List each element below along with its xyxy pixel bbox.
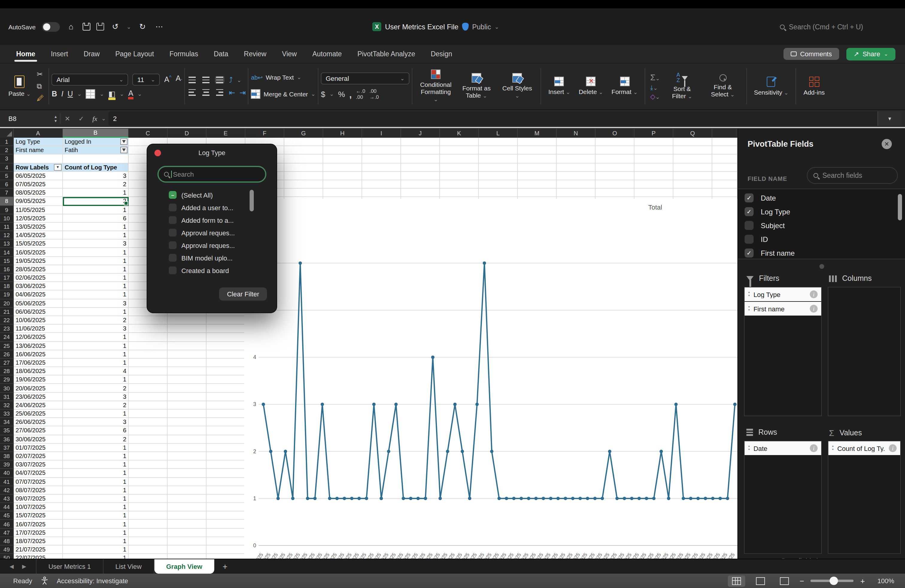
cell-B49[interactable]: 1 [63, 545, 129, 554]
ribbon-tab-design[interactable]: Design [423, 47, 460, 61]
cell-E44[interactable] [206, 503, 245, 511]
cell-P2[interactable] [635, 146, 673, 154]
cell-D46[interactable] [168, 520, 206, 528]
cell-E30[interactable] [206, 384, 245, 393]
rows-chip-date[interactable]: ••Datei [745, 441, 821, 455]
cell-B22[interactable]: 2 [63, 316, 129, 324]
cell-B26[interactable]: 1 [63, 350, 129, 358]
cell-N1[interactable] [557, 138, 595, 146]
cell-Q1[interactable] [673, 138, 712, 146]
cell-A11[interactable]: 13/05/2025 [14, 223, 63, 231]
sheet-prev-icon[interactable]: ◀ [10, 563, 14, 569]
sheet-tab-list-view[interactable]: List View [103, 559, 154, 574]
cancel-entry-icon[interactable]: ✕ [60, 114, 74, 122]
cell-R6[interactable] [712, 180, 737, 189]
cell-B5[interactable]: 3 [63, 172, 129, 180]
field-checkbox[interactable] [745, 221, 754, 230]
popup-scrollbar[interactable] [249, 190, 254, 280]
cell-B31[interactable]: 3 [63, 393, 129, 401]
cell-C30[interactable] [129, 384, 168, 393]
filter-item-6[interactable]: Created a board [147, 264, 276, 277]
cell-C43[interactable] [129, 494, 168, 503]
cell-J1[interactable] [401, 138, 440, 146]
cell-D40[interactable] [168, 469, 206, 478]
row-header-46[interactable]: 46 [0, 520, 14, 528]
cell-A13[interactable]: 15/05/2025 [14, 240, 63, 248]
cell-A29[interactable]: 19/06/2025 [14, 376, 63, 384]
row-header-49[interactable]: 49 [0, 545, 14, 554]
cell-C32[interactable] [129, 401, 168, 410]
filter-checkbox-2[interactable] [169, 216, 176, 224]
name-box[interactable]: B8 [0, 115, 51, 122]
cell-D49[interactable] [168, 545, 206, 554]
decrease-indent-icon[interactable]: ⇤ [229, 88, 235, 97]
share-button[interactable]: ↗ Share ⌄ [846, 48, 895, 60]
cell-B13[interactable]: 3 [63, 240, 129, 248]
cell-E47[interactable] [206, 528, 245, 537]
sheet-next-icon[interactable]: ▶ [22, 563, 26, 569]
cell-I5[interactable] [362, 172, 401, 180]
cell-E40[interactable] [206, 469, 245, 478]
row-header-8[interactable]: 8 [0, 197, 14, 206]
cell-D35[interactable] [168, 427, 206, 435]
add-sheet-button[interactable]: + [214, 559, 236, 574]
conditional-formatting-button[interactable]: Conditional Formatting ⌄ [417, 70, 454, 103]
zoom-out-button[interactable]: − [800, 576, 804, 585]
page-layout-view-button[interactable] [752, 575, 769, 586]
panel-close-icon[interactable]: ✕ [882, 139, 892, 149]
row-header-30[interactable]: 30 [0, 384, 14, 393]
field-row-subject[interactable]: Subject [738, 219, 905, 232]
cell-G3[interactable] [284, 155, 323, 163]
add-ins-button[interactable]: Add-ins [801, 77, 827, 96]
name-box-stepper[interactable]: ▲▼ [51, 113, 60, 124]
ribbon-tab-data[interactable]: Data [206, 47, 236, 61]
cell-A49[interactable]: 21/07/2025 [14, 545, 63, 554]
cell-P3[interactable] [635, 155, 673, 163]
cell-D48[interactable] [168, 537, 206, 545]
cell-L7[interactable] [479, 189, 518, 197]
cell-B34[interactable]: 3 [63, 418, 129, 426]
cell-R4[interactable] [712, 163, 737, 172]
italic-button[interactable]: I [61, 90, 64, 98]
cell-D37[interactable] [168, 444, 206, 452]
cell-H1[interactable] [323, 138, 362, 146]
column-header-F[interactable]: F [245, 129, 284, 138]
cell-A12[interactable]: 14/05/2025 [14, 231, 63, 240]
cell-E43[interactable] [206, 494, 245, 503]
column-header-M[interactable]: M [518, 129, 557, 138]
column-header-Q[interactable]: Q [673, 129, 712, 138]
cell-B25[interactable]: 1 [63, 342, 129, 350]
cell-B41[interactable]: 1 [63, 478, 129, 486]
row-header-34[interactable]: 34 [0, 418, 14, 426]
cell-R3[interactable] [712, 155, 737, 163]
row-header-6[interactable]: 6 [0, 180, 14, 189]
ribbon-tab-formulas[interactable]: Formulas [162, 47, 206, 61]
cell-A42[interactable]: 08/07/2025 [14, 486, 63, 494]
cell-P1[interactable] [635, 138, 673, 146]
cell-O4[interactable] [595, 163, 635, 172]
row-header-26[interactable]: 26 [0, 350, 14, 358]
cell-C23[interactable] [129, 324, 168, 333]
cell-E22[interactable] [206, 316, 245, 324]
sheet-tab-user-metrics-1[interactable]: User Metrics 1 [36, 559, 103, 574]
info-icon[interactable]: i [810, 444, 818, 452]
cell-B1[interactable]: Logged In [63, 138, 129, 146]
save-icon[interactable] [82, 23, 90, 30]
row-header-14[interactable]: 14 [0, 248, 14, 257]
field-checkbox[interactable]: ✓ [745, 248, 754, 257]
cell-D24[interactable] [168, 333, 206, 342]
filter-checkbox-1[interactable] [169, 203, 176, 211]
filter-item-1[interactable]: Added a user to... [147, 201, 276, 214]
insert-function-icon[interactable]: fx [88, 115, 102, 122]
row-header-12[interactable]: 12 [0, 231, 14, 240]
sensitivity-button[interactable]: Sensitivity ⌄ [751, 77, 791, 96]
cell-C33[interactable] [129, 410, 168, 418]
borders-icon[interactable] [86, 89, 95, 99]
percent-format-icon[interactable]: % [338, 89, 345, 99]
cell-C39[interactable] [129, 461, 168, 469]
underline-button[interactable]: U [68, 90, 73, 98]
cell-A48[interactable]: 18/07/2025 [14, 537, 63, 545]
cell-B27[interactable]: 1 [63, 359, 129, 367]
field-row-date[interactable]: ✓Date [738, 191, 905, 205]
accessibility-status[interactable]: Accessibility: Investigate [57, 577, 128, 585]
